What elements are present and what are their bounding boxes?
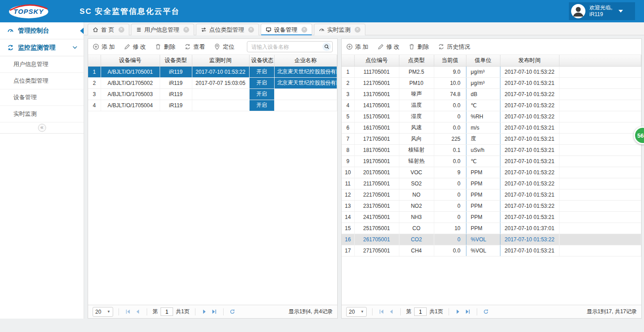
table-row[interactable]: 10201705001VOC9PPM2017-07-10 01:53:22 [342,167,641,178]
search-button[interactable] [322,42,331,51]
tab-user-info[interactable]: 用户信息管理 × [131,24,194,35]
page-size-select[interactable]: 20 ▼ [93,307,113,317]
welcome-line1: 欢迎光临, [589,4,612,11]
table-row[interactable]: 7171705001风向225度2017-07-10 01:53:21 [342,133,641,144]
table-row[interactable]: 3131705001噪声74.8dB2017-07-10 01:53:22 [342,88,641,100]
refresh-button[interactable] [229,308,236,315]
first-page-button[interactable] [124,308,131,315]
table-row[interactable]: 15251705001CO10PPM2017-07-10 01:37:01 [342,223,641,234]
user-menu[interactable]: 欢迎光临, iR119 [569,2,635,20]
close-icon[interactable]: × [183,27,189,33]
edit-button[interactable]: 修 改 [124,43,146,51]
col-point-type[interactable]: 点类型 [399,55,434,66]
divider [400,308,401,315]
tab-device-mgmt[interactable]: 设备管理 × [261,24,312,35]
close-icon[interactable]: × [301,27,307,33]
edit-label: 修 改 [386,43,400,51]
cell-filler [559,189,641,200]
cell-type: iR119 [160,77,192,88]
table-row[interactable]: 3A/BJLT/O/1705003iR119开启 [88,88,337,100]
table-row[interactable]: 8181705001核辐射0.1uSv/h2017-07-10 01:53:21 [342,144,641,155]
col-company[interactable]: 企业名称 [274,55,337,66]
locate-button[interactable]: 定位 [214,43,234,51]
tab-home[interactable]: 首 页 × [88,24,129,35]
next-page-button[interactable] [201,308,208,315]
cell-idx: 14 [342,211,354,223]
view-button[interactable]: 查看 [184,43,205,51]
welcome-username: iR119 [589,11,612,18]
cell-value: 74.8 [434,88,466,100]
col-point-code[interactable]: 点位编号 [354,55,399,66]
cell-value: 0 [434,211,466,223]
table-row[interactable]: 12221705001NO0PPM2017-07-10 01:53:21 [342,189,641,200]
first-page-button[interactable] [378,308,385,315]
table-row[interactable]: 2A/BJLT/O/1705002iR1192017-07-07 15:03:0… [88,77,337,88]
page-number-input[interactable] [414,307,427,316]
sidebar-item-user-info[interactable]: 用户信息管理 [0,56,84,73]
cell-type: NO [399,189,434,200]
cell-company [274,88,337,100]
last-page-button[interactable] [211,308,218,315]
cell-code: A/BJLT/O/1705001 [101,66,160,77]
record-summary: 显示1到17, 共17记录 [587,308,637,315]
sidebar-item-realtime[interactable]: 实时监测 [0,106,84,122]
divider [147,308,147,315]
table-row[interactable]: 9191705001辐射热0.0℃2017-07-10 01:53:21 [342,155,641,167]
col-monitor-time[interactable]: 监测时间 [192,55,249,66]
page-number-input[interactable] [161,307,173,316]
col-device-status[interactable]: 设备状态 [249,55,274,66]
close-icon[interactable]: × [119,27,124,33]
table-row[interactable]: 1A/BJLT/O/1705001iR1192017-07-10 01:53:2… [88,66,337,77]
table-row[interactable]: 5151705001湿度0%RH2017-07-10 01:53:22 [342,111,641,122]
page-size-select[interactable]: 20 ▼ [346,307,367,317]
close-icon[interactable]: × [355,27,360,33]
tab-point-type[interactable]: 点位类型管理 × [196,24,259,35]
cell-unit: m/s [466,122,500,133]
table-row[interactable]: 14241705001NH30PPM2017-07-10 01:53:21 [342,211,641,223]
cell-value: 0 [434,111,466,122]
table-row[interactable]: 11211705001SO20PPM2017-07-10 01:53:22 [342,178,641,189]
close-icon[interactable]: × [248,27,254,33]
prev-page-button[interactable] [388,308,395,315]
table-row[interactable]: 2121705001PM1010.0μg/m³2017-07-10 01:53:… [342,77,641,88]
next-page-button[interactable] [454,308,462,315]
table-row[interactable]: 1111705001PM2.59.0μg/m³2017-07-10 01:53:… [342,66,641,77]
sidebar-item-dashboard[interactable]: 管理控制台 [0,22,84,39]
table-row[interactable]: 4A/BJLT/O/1705004iR119开启 [88,100,337,111]
tab-realtime[interactable]: 实时监测 × [314,24,365,35]
last-page-button[interactable] [464,308,471,315]
cell-type: CH4 [399,245,434,256]
col-device-type[interactable]: 设备类型 [160,55,192,66]
edit-button[interactable]: 修 改 [377,43,400,51]
search-icon [324,44,330,50]
chevron-down-icon[interactable] [619,10,623,13]
collapse-sidebar-button[interactable]: « [38,124,46,132]
divider [119,308,119,315]
table-row[interactable]: 6161705001风速0.0m/s2017-07-10 01:53:21 [342,122,641,133]
add-button[interactable]: 添 加 [93,43,115,51]
table-row[interactable]: 17271705001CH40.0%VOL2017-07-10 01:53:21 [342,245,641,256]
col-publish-time[interactable]: 发布时间 [500,55,559,66]
history-button[interactable]: 历史情况 [438,43,470,51]
col-device-code[interactable]: 设备编号 [101,55,160,66]
search-input[interactable] [250,43,322,50]
cell-value: 9 [434,167,466,178]
add-button[interactable]: 添 加 [346,43,369,51]
table-row[interactable]: 13231705001NO20PPM2017-07-10 01:53:22 [342,200,641,211]
trash-icon [408,43,415,50]
refresh-button[interactable] [483,308,490,315]
cell-unit: 度 [466,133,500,144]
sidebar-item-monitor-mgmt[interactable]: 监控监测管理 [0,39,84,56]
sidebar-item-device-mgmt[interactable]: 设备管理 [0,89,84,106]
sidebar-item-point-type[interactable]: 点位类型管理 [0,73,84,89]
pencil-icon [124,43,131,50]
delete-button[interactable]: 删除 [155,43,175,51]
delete-button[interactable]: 删除 [408,43,429,51]
cell-code: 211705001 [354,178,399,189]
page-size-value: 20 [349,309,355,315]
prev-page-button[interactable] [134,308,141,315]
col-current-value[interactable]: 当前值 [434,55,466,66]
col-value-unit[interactable]: 值单位 [466,55,500,66]
table-row[interactable]: 16261705001CO20%VOL2017-07-10 01:53:22 [342,234,641,245]
table-row[interactable]: 4141705001温度0.0℃2017-07-10 01:53:22 [342,100,641,111]
